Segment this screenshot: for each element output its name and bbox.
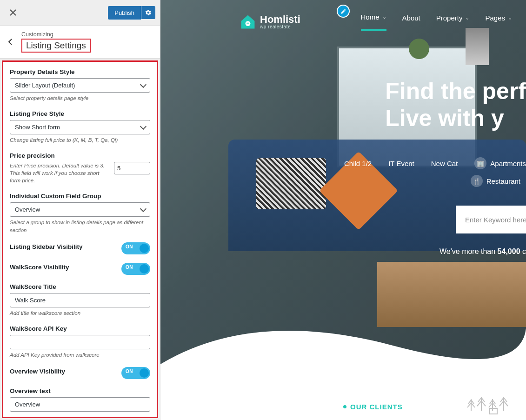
hero-headline-2: Live with y	[385, 105, 526, 132]
property-details-style-select[interactable]: Slider Layout (Default)	[10, 78, 150, 93]
publish-settings-button[interactable]	[141, 6, 155, 19]
house-icon	[240, 13, 256, 30]
property-details-style-desc: Select property details page style	[10, 94, 150, 102]
building-icon: 🏢	[474, 157, 486, 169]
listing-price-style-desc: Change listing full price to (K, M, B, T…	[10, 136, 150, 144]
walkscore-api-desc: Add API Key provided from walkscore	[10, 351, 150, 359]
price-precision-desc: Enter Price precision. Default value is …	[10, 162, 108, 184]
property-details-style-label: Property Details Style	[10, 68, 150, 75]
site-logo[interactable]: Homlisti wp realestate	[240, 13, 300, 30]
section-title: Listing Settings	[21, 39, 91, 53]
breadcrumb: Customizing	[21, 31, 91, 38]
nav-home[interactable]: Home⌄	[361, 13, 386, 31]
svg-rect-2	[490, 408, 497, 414]
walkscore-title-desc: Add title for walkscore section	[10, 309, 150, 317]
walkscore-title-input[interactable]	[10, 293, 150, 307]
overview-text-input[interactable]	[10, 397, 150, 412]
walkscore-visibility-label: WalkScore Visibility	[10, 264, 69, 271]
chevron-down-icon: ⌄	[465, 15, 469, 21]
listing-price-style-select[interactable]: Show Short form	[10, 120, 150, 134]
preview-pane: Homlisti wp realestate Home⌄ About Prope…	[160, 0, 526, 420]
category-it-event[interactable]: IT Event	[388, 160, 414, 167]
scene-plant	[466, 28, 489, 65]
close-customizer-button[interactable]	[5, 4, 21, 21]
walkscore-api-input[interactable]	[10, 335, 150, 349]
search-keyword-input[interactable]	[456, 206, 526, 233]
price-precision-label: Price precision	[10, 152, 108, 159]
gear-icon	[145, 9, 152, 16]
hero-stat: We've more than 54,000 c	[439, 247, 526, 256]
category-restaurant[interactable]: 🍴Restaurant	[471, 175, 520, 187]
dot-icon	[343, 405, 346, 408]
logo-title: Homlisti	[260, 14, 300, 25]
restaurant-icon: 🍴	[471, 175, 483, 187]
listing-sidebar-visibility-toggle[interactable]: ON	[121, 242, 150, 254]
pencil-icon	[340, 8, 346, 14]
nav-property[interactable]: Property⌄	[436, 14, 470, 30]
listing-sidebar-visibility-label: Listing Sidebar Visibility	[10, 243, 83, 250]
publish-button[interactable]: Publish	[108, 6, 141, 20]
hero-headline-1: Find the perf	[385, 78, 526, 105]
custom-field-group-select[interactable]: Overview	[10, 202, 150, 217]
custom-field-group-desc: Select a group to show in listing detail…	[10, 219, 150, 233]
overview-visibility-label: Overview Visibility	[10, 368, 65, 375]
clients-heading: OUR CLIENTS	[343, 403, 403, 411]
nav-about[interactable]: About	[402, 14, 420, 30]
walkscore-title-label: WalkScore Title	[10, 283, 150, 290]
walkscore-visibility-toggle[interactable]: ON	[121, 263, 150, 275]
walkscore-api-label: WalkScore API Key	[10, 325, 150, 332]
nav-pages[interactable]: Pages⌄	[485, 14, 512, 30]
close-icon	[10, 9, 16, 16]
custom-field-group-label: Individual Custom Field Group	[10, 193, 150, 200]
chevron-left-icon	[8, 39, 13, 45]
scene-plant	[405, 28, 433, 70]
edit-shortcut-button[interactable]	[337, 5, 350, 18]
chevron-down-icon: ⌄	[382, 14, 386, 20]
category-new-cat[interactable]: New Cat	[431, 160, 458, 167]
overview-text-label: Overview text	[10, 387, 150, 394]
scene-table	[377, 262, 526, 327]
listing-price-style-label: Listing Price Style	[10, 110, 150, 117]
overview-visibility-toggle[interactable]: ON	[121, 367, 150, 379]
svg-rect-1	[246, 23, 249, 24]
logo-subtitle: wp realestate	[260, 25, 300, 29]
category-apartments[interactable]: 🏢Apartments	[474, 157, 526, 169]
price-precision-input[interactable]	[114, 162, 150, 174]
back-button[interactable]	[5, 36, 16, 47]
chevron-down-icon: ⌄	[508, 15, 512, 21]
trees-decoration	[466, 390, 518, 417]
category-child[interactable]: Child 1/2	[344, 160, 372, 167]
